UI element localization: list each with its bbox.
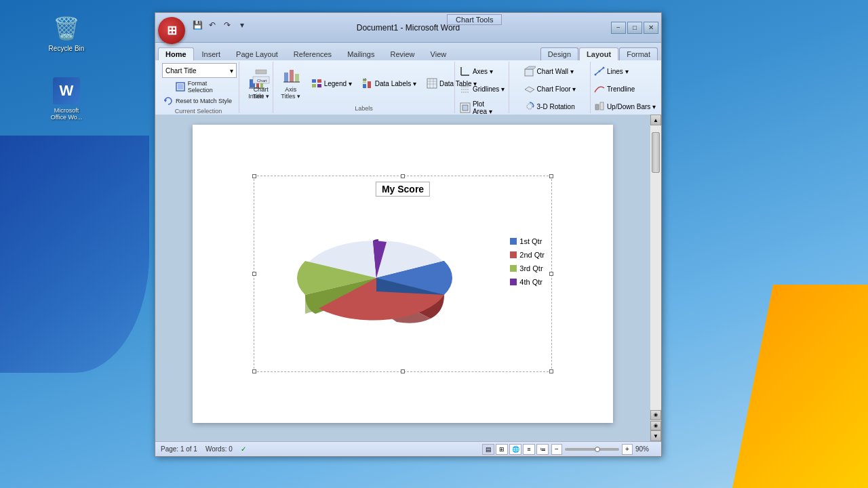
handle-bottom-left[interactable] — [252, 369, 256, 373]
chart-title-text: My Score — [382, 184, 424, 195]
scroll-track[interactable] — [650, 125, 661, 410]
handle-bottom-right[interactable] — [549, 369, 553, 373]
tab-design[interactable]: Design — [540, 47, 578, 60]
legend-item-4th-qtr: 4th Qtr — [510, 278, 545, 286]
svg-rect-34 — [525, 69, 533, 76]
chart-element-dropdown[interactable]: Chart Title ▾ — [162, 63, 237, 78]
chart-container[interactable]: My Score — [254, 176, 552, 372]
legend-item-3rd-qtr: 3rd Qtr — [510, 264, 545, 272]
handle-top-right[interactable] — [549, 174, 553, 178]
axis-titles-btn[interactable]: AxisTitles ▾ — [277, 65, 304, 102]
tab-view[interactable]: View — [423, 47, 454, 60]
axis-titles-btn-label: AxisTitles ▾ — [281, 86, 300, 100]
handle-mid-left[interactable] — [252, 272, 256, 276]
group-axes: Axes ▾ Gridlines ▾ PlotArea ▾ — [455, 62, 509, 113]
word-icon-label: MicrosoftOffice Wo... — [51, 107, 83, 121]
format-selection-btn[interactable]: Format Selection — [162, 79, 235, 94]
quick-access-toolbar: 💾 ↶ ↷ ▾ — [191, 18, 249, 32]
scroll-thumb[interactable] — [652, 132, 660, 173]
close-button[interactable]: ✕ — [644, 22, 658, 34]
chart-title-icon: Chart — [252, 67, 271, 86]
pie-chart-svg — [268, 200, 485, 356]
plot-area-btn-label: PlotArea ▾ — [473, 100, 492, 115]
3d-rotation-btn[interactable]: 3-D Rotation — [520, 98, 578, 115]
zoom-in-btn[interactable]: + — [622, 444, 633, 455]
doc-page[interactable]: My Score — [155, 115, 650, 441]
chart-floor-label: Chart Floor ▾ — [537, 85, 576, 93]
save-quick-btn[interactable]: 💾 — [191, 18, 204, 32]
tab-format[interactable]: Format — [619, 47, 658, 60]
tab-mailings[interactable]: Mailings — [340, 47, 382, 60]
desktop-icon-word[interactable]: W MicrosoftOffice Wo... — [42, 75, 91, 123]
handle-top-left[interactable] — [252, 174, 256, 178]
tab-review[interactable]: Review — [382, 47, 422, 60]
zoom-slider[interactable] — [565, 448, 619, 451]
tab-home[interactable]: Home — [158, 47, 194, 60]
scroll-prev-page-btn[interactable]: ◉ — [650, 410, 661, 420]
status-bar: Page: 1 of 1 Words: 0 ✓ ▤ ⊞ 🌐 ≡ ≔ − + 90… — [155, 441, 661, 456]
handle-mid-right[interactable] — [549, 272, 553, 276]
trendline-btn-label: Trendline — [607, 85, 635, 93]
lines-btn[interactable]: Lines ▾ — [590, 63, 632, 79]
handle-top-center[interactable] — [401, 174, 405, 178]
view-btn-web[interactable]: 🌐 — [509, 444, 521, 455]
chart-wall-btn[interactable]: Chart Wall ▾ — [520, 63, 577, 79]
svg-rect-43 — [595, 104, 599, 110]
svg-rect-44 — [600, 102, 604, 110]
chart-title[interactable]: My Score — [376, 182, 430, 197]
customize-quick-btn[interactable]: ▾ — [235, 18, 249, 32]
office-button[interactable]: ⊞ — [158, 17, 185, 44]
redo-quick-btn[interactable]: ↷ — [220, 18, 234, 32]
svg-text:ab: ab — [363, 77, 367, 81]
legend-btn[interactable]: Legend ▾ — [307, 75, 355, 92]
svg-rect-22 — [427, 79, 437, 88]
zoom-out-btn[interactable]: − — [551, 444, 562, 455]
view-btn-print[interactable]: ▤ — [482, 444, 494, 455]
axes-icon — [459, 65, 471, 77]
group-current-selection: Chart Title ▾ Format Selection Reset to … — [158, 62, 239, 113]
legend-label-1st-qtr: 1st Qtr — [519, 237, 542, 245]
zoom-controls: ▤ ⊞ 🌐 ≡ ≔ − + 90% — [482, 444, 656, 455]
trendline-btn[interactable]: Trendline — [590, 81, 638, 97]
legend-color-3rd-qtr — [510, 265, 517, 272]
undo-quick-btn[interactable]: ↶ — [205, 18, 219, 32]
group-label-current-selection: Current Selection — [175, 106, 222, 115]
recycle-bin-icon: 🗑️ — [53, 15, 80, 42]
view-btn-draft[interactable]: ≔ — [536, 444, 549, 455]
svg-rect-33 — [462, 105, 468, 110]
tab-insert[interactable]: Insert — [195, 47, 229, 60]
chart-floor-btn[interactable]: Chart Floor ▾ — [520, 81, 580, 97]
reset-style-icon — [163, 96, 173, 106]
trendline-icon — [593, 83, 606, 95]
dropdown-arrow-icon: ▾ — [230, 67, 233, 75]
scroll-up-btn[interactable]: ▲ — [650, 115, 661, 125]
tab-references[interactable]: References — [286, 47, 339, 60]
group-analysis: Lines ▾ Trendline Up/Down Bars ▾ — [591, 62, 658, 113]
page: My Score — [193, 125, 613, 423]
tab-page-layout[interactable]: Page Layout — [229, 47, 285, 60]
reset-style-label: Reset to Match Style — [176, 98, 232, 104]
gridlines-icon — [459, 83, 471, 95]
desktop-icon-recycle-bin[interactable]: 🗑️ Recycle Bin — [42, 12, 91, 55]
chart-title-btn-label: ChartTitle ▾ — [253, 86, 269, 100]
zoom-slider-thumb[interactable] — [595, 447, 600, 452]
axes-btn[interactable]: Axes ▾ — [456, 63, 496, 79]
reset-style-btn[interactable]: Reset to Match Style — [162, 96, 233, 106]
view-btn-outline[interactable]: ≡ — [523, 444, 535, 455]
spell-check-icon[interactable]: ✓ — [241, 445, 246, 453]
legend-label-2nd-qtr: 2nd Qtr — [519, 251, 545, 259]
minimize-button[interactable]: − — [611, 22, 626, 34]
restore-button[interactable]: □ — [627, 22, 642, 34]
tab-layout[interactable]: Layout — [579, 47, 618, 60]
scroll-next-page-btn[interactable]: ◉ — [650, 421, 661, 431]
chart-title-btn[interactable]: Chart ChartTitle ▾ — [248, 65, 275, 102]
zoom-level[interactable]: 90% — [635, 445, 656, 453]
view-btn-full-screen[interactable]: ⊞ — [496, 444, 508, 455]
3d-rotation-icon — [524, 100, 536, 113]
scroll-down-btn[interactable]: ▼ — [650, 430, 661, 441]
gridlines-btn[interactable]: Gridlines ▾ — [456, 81, 508, 97]
handle-bottom-center[interactable] — [401, 369, 405, 373]
word-count: Words: 0 — [205, 445, 233, 453]
up-down-bars-btn[interactable]: Up/Down Bars ▾ — [590, 98, 659, 115]
data-labels-btn[interactable]: ab Data Labels ▾ — [358, 75, 420, 92]
